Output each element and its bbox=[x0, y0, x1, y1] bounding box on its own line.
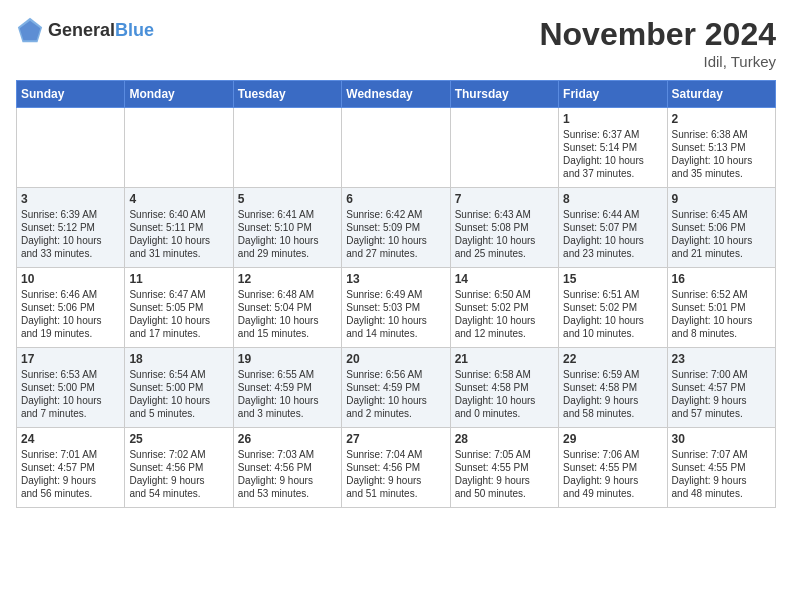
cell-info: Daylight: 9 hours bbox=[238, 474, 337, 487]
cell-info: Sunset: 5:01 PM bbox=[672, 301, 771, 314]
day-number: 7 bbox=[455, 192, 554, 206]
cell-info: and 2 minutes. bbox=[346, 407, 445, 420]
cell-info: Sunrise: 6:44 AM bbox=[563, 208, 662, 221]
weekday-header-wednesday: Wednesday bbox=[342, 81, 450, 108]
cell-info: Sunrise: 7:00 AM bbox=[672, 368, 771, 381]
weekday-header-thursday: Thursday bbox=[450, 81, 558, 108]
cell-info: Daylight: 9 hours bbox=[672, 474, 771, 487]
cell-info: Sunrise: 6:56 AM bbox=[346, 368, 445, 381]
cell-info: Daylight: 10 hours bbox=[238, 394, 337, 407]
cell-info: Daylight: 10 hours bbox=[238, 314, 337, 327]
cell-info: Sunrise: 7:04 AM bbox=[346, 448, 445, 461]
cell-info: Daylight: 10 hours bbox=[129, 234, 228, 247]
cell-info: Sunset: 4:58 PM bbox=[455, 381, 554, 394]
cell-info: Sunset: 4:57 PM bbox=[21, 461, 120, 474]
day-number: 8 bbox=[563, 192, 662, 206]
day-number: 5 bbox=[238, 192, 337, 206]
cell-info: and 56 minutes. bbox=[21, 487, 120, 500]
cell-info: Sunset: 4:59 PM bbox=[238, 381, 337, 394]
cell-info: and 14 minutes. bbox=[346, 327, 445, 340]
cell-info: Daylight: 9 hours bbox=[672, 394, 771, 407]
cell-info: Sunset: 5:00 PM bbox=[21, 381, 120, 394]
calendar-day-1: 1Sunrise: 6:37 AMSunset: 5:14 PMDaylight… bbox=[559, 108, 667, 188]
cell-info: Sunrise: 6:46 AM bbox=[21, 288, 120, 301]
calendar-day-23: 23Sunrise: 7:00 AMSunset: 4:57 PMDayligh… bbox=[667, 348, 775, 428]
calendar-day-13: 13Sunrise: 6:49 AMSunset: 5:03 PMDayligh… bbox=[342, 268, 450, 348]
cell-info: and 19 minutes. bbox=[21, 327, 120, 340]
logo-general: General bbox=[48, 20, 115, 40]
empty-cell bbox=[233, 108, 341, 188]
page-header: GeneralBlue November 2024 Idil, Turkey bbox=[16, 16, 776, 70]
cell-info: Daylight: 10 hours bbox=[346, 314, 445, 327]
calendar-day-19: 19Sunrise: 6:55 AMSunset: 4:59 PMDayligh… bbox=[233, 348, 341, 428]
calendar-day-20: 20Sunrise: 6:56 AMSunset: 4:59 PMDayligh… bbox=[342, 348, 450, 428]
cell-info: Daylight: 10 hours bbox=[672, 154, 771, 167]
calendar-day-21: 21Sunrise: 6:58 AMSunset: 4:58 PMDayligh… bbox=[450, 348, 558, 428]
day-number: 30 bbox=[672, 432, 771, 446]
cell-info: Sunset: 5:11 PM bbox=[129, 221, 228, 234]
empty-cell bbox=[17, 108, 125, 188]
cell-info: and 53 minutes. bbox=[238, 487, 337, 500]
empty-cell bbox=[450, 108, 558, 188]
cell-info: Sunset: 5:00 PM bbox=[129, 381, 228, 394]
cell-info: and 12 minutes. bbox=[455, 327, 554, 340]
cell-info: Daylight: 10 hours bbox=[129, 394, 228, 407]
day-number: 3 bbox=[21, 192, 120, 206]
cell-info: Daylight: 10 hours bbox=[563, 234, 662, 247]
day-number: 23 bbox=[672, 352, 771, 366]
day-number: 16 bbox=[672, 272, 771, 286]
cell-info: Sunset: 5:07 PM bbox=[563, 221, 662, 234]
cell-info: Sunset: 5:05 PM bbox=[129, 301, 228, 314]
calendar-day-22: 22Sunrise: 6:59 AMSunset: 4:58 PMDayligh… bbox=[559, 348, 667, 428]
cell-info: Sunrise: 6:58 AM bbox=[455, 368, 554, 381]
weekday-header-saturday: Saturday bbox=[667, 81, 775, 108]
cell-info: Sunrise: 6:55 AM bbox=[238, 368, 337, 381]
weekday-header-friday: Friday bbox=[559, 81, 667, 108]
logo-blue: Blue bbox=[115, 20, 154, 40]
cell-info: Daylight: 10 hours bbox=[563, 154, 662, 167]
calendar-day-2: 2Sunrise: 6:38 AMSunset: 5:13 PMDaylight… bbox=[667, 108, 775, 188]
cell-info: and 49 minutes. bbox=[563, 487, 662, 500]
cell-info: Daylight: 10 hours bbox=[21, 234, 120, 247]
day-number: 25 bbox=[129, 432, 228, 446]
day-number: 26 bbox=[238, 432, 337, 446]
cell-info: Sunset: 5:08 PM bbox=[455, 221, 554, 234]
cell-info: and 15 minutes. bbox=[238, 327, 337, 340]
day-number: 10 bbox=[21, 272, 120, 286]
day-number: 24 bbox=[21, 432, 120, 446]
cell-info: and 0 minutes. bbox=[455, 407, 554, 420]
calendar-day-4: 4Sunrise: 6:40 AMSunset: 5:11 PMDaylight… bbox=[125, 188, 233, 268]
cell-info: Sunset: 5:04 PM bbox=[238, 301, 337, 314]
cell-info: Sunrise: 6:59 AM bbox=[563, 368, 662, 381]
cell-info: Daylight: 10 hours bbox=[346, 234, 445, 247]
cell-info: Sunrise: 6:41 AM bbox=[238, 208, 337, 221]
cell-info: Sunset: 4:55 PM bbox=[563, 461, 662, 474]
cell-info: Daylight: 10 hours bbox=[21, 394, 120, 407]
cell-info: Sunset: 4:57 PM bbox=[672, 381, 771, 394]
cell-info: and 8 minutes. bbox=[672, 327, 771, 340]
cell-info: Sunset: 4:56 PM bbox=[238, 461, 337, 474]
cell-info: Sunrise: 6:50 AM bbox=[455, 288, 554, 301]
calendar-day-9: 9Sunrise: 6:45 AMSunset: 5:06 PMDaylight… bbox=[667, 188, 775, 268]
calendar-day-8: 8Sunrise: 6:44 AMSunset: 5:07 PMDaylight… bbox=[559, 188, 667, 268]
cell-info: and 7 minutes. bbox=[21, 407, 120, 420]
calendar-day-17: 17Sunrise: 6:53 AMSunset: 5:00 PMDayligh… bbox=[17, 348, 125, 428]
cell-info: and 51 minutes. bbox=[346, 487, 445, 500]
cell-info: Sunset: 5:02 PM bbox=[455, 301, 554, 314]
cell-info: Daylight: 9 hours bbox=[563, 394, 662, 407]
calendar-day-18: 18Sunrise: 6:54 AMSunset: 5:00 PMDayligh… bbox=[125, 348, 233, 428]
calendar-day-25: 25Sunrise: 7:02 AMSunset: 4:56 PMDayligh… bbox=[125, 428, 233, 508]
cell-info: and 31 minutes. bbox=[129, 247, 228, 260]
day-number: 9 bbox=[672, 192, 771, 206]
day-number: 6 bbox=[346, 192, 445, 206]
day-number: 27 bbox=[346, 432, 445, 446]
cell-info: Sunset: 5:03 PM bbox=[346, 301, 445, 314]
calendar-day-3: 3Sunrise: 6:39 AMSunset: 5:12 PMDaylight… bbox=[17, 188, 125, 268]
cell-info: Sunrise: 7:07 AM bbox=[672, 448, 771, 461]
cell-info: Sunset: 4:58 PM bbox=[563, 381, 662, 394]
cell-info: Sunset: 4:55 PM bbox=[455, 461, 554, 474]
location: Idil, Turkey bbox=[539, 53, 776, 70]
cell-info: and 21 minutes. bbox=[672, 247, 771, 260]
cell-info: and 10 minutes. bbox=[563, 327, 662, 340]
cell-info: Sunrise: 6:54 AM bbox=[129, 368, 228, 381]
